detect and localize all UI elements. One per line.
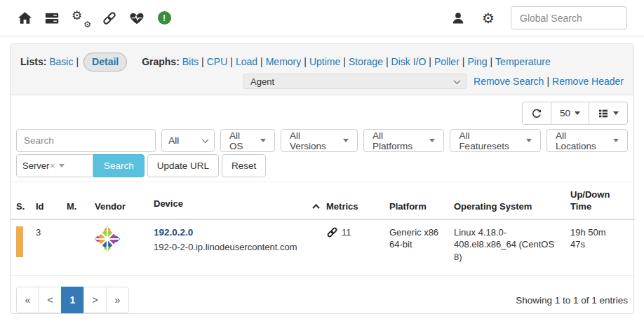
col-maintenance[interactable]: M. (67, 182, 95, 219)
graph-link-temperature[interactable]: Temperature (495, 56, 551, 67)
remove-tag-icon[interactable]: × (50, 161, 55, 171)
health-heartbeat-icon[interactable] (129, 11, 145, 26)
metrics-count[interactable]: 11 (342, 226, 351, 239)
page-1-button[interactable]: 1 (61, 287, 84, 313)
device-type-tag: Server (22, 160, 49, 171)
search-button[interactable]: Search (93, 154, 145, 177)
platform-cell: Generic x86 64-bit (389, 219, 454, 276)
metrics-cell: 11 (326, 219, 389, 276)
col-id[interactable]: Id (36, 182, 67, 219)
lists-label: Lists: (20, 56, 46, 67)
separator: | (260, 56, 263, 67)
chevron-down-icon (201, 136, 208, 143)
filter-platforms-label: All Platforms (373, 130, 425, 151)
filter-locations-label: All Locations (556, 130, 609, 151)
page-prev-button[interactable]: < (39, 287, 62, 313)
page-size-value: 50 (560, 108, 570, 118)
device-type-multiselect[interactable]: Server × (16, 154, 93, 177)
global-search-input[interactable] (511, 6, 627, 29)
reset-button[interactable]: Reset (222, 154, 266, 177)
caret-down-icon (429, 139, 435, 142)
list-layout-icon (598, 108, 609, 119)
graph-link-bits[interactable]: Bits (182, 56, 199, 67)
graph-link-ping[interactable]: Ping (467, 56, 487, 67)
col-updown-time[interactable]: Up/Down Time (570, 182, 635, 219)
caret-down-icon (575, 111, 580, 115)
services-cogs-icon[interactable]: ⚙ ⚙ (72, 10, 90, 27)
entries-summary: Showing 1 to 1 of 1 entries (516, 295, 628, 306)
device-id-cell: 3 (36, 219, 67, 276)
graph-link-cpu[interactable]: CPU (207, 56, 228, 67)
ports-link-icon[interactable] (326, 226, 338, 238)
page-first-button[interactable]: « (16, 287, 39, 313)
devices-table: S. Id M. Vendor Device Metrics Platform … (11, 182, 635, 276)
filter-featuresets-dropdown[interactable]: All Featuresets (450, 129, 541, 152)
page-last-button[interactable]: » (106, 287, 129, 313)
ports-link-icon[interactable] (102, 11, 117, 26)
maintenance-cell (67, 219, 95, 276)
settings-gear-icon[interactable]: ⚙ (481, 11, 496, 26)
type-select[interactable]: All (161, 129, 215, 152)
graph-link-load[interactable]: Load (236, 56, 257, 67)
list-mode-detail-pill[interactable]: Detail (83, 53, 127, 71)
filter-os-label: All OS (229, 130, 256, 151)
col-status[interactable]: S. (11, 182, 36, 219)
refresh-icon (531, 108, 542, 119)
cog-small: ⚙ (83, 20, 91, 29)
page-size-dropdown[interactable]: 50 (551, 102, 589, 125)
filter-row-2: Server × Search Update URL Reset (11, 152, 633, 177)
separator: | (304, 56, 307, 67)
col-device[interactable]: Device (154, 182, 326, 219)
agent-graph-select[interactable]: Agent (243, 74, 467, 89)
navbar-menu-icons: ⚙ ⚙ ! (17, 10, 172, 27)
remove-search-link[interactable]: Remove Search (474, 76, 544, 87)
user-icon[interactable] (450, 11, 466, 26)
separator: | (76, 56, 79, 67)
graph-link-memory[interactable]: Memory (266, 56, 302, 67)
table-toolbar: 50 (11, 95, 633, 125)
filter-platforms-dropdown[interactable]: All Platforms (363, 129, 444, 152)
filter-versions-dropdown[interactable]: All Versions (281, 129, 358, 152)
caret-down-icon (260, 139, 266, 142)
caret-down-icon (613, 139, 619, 142)
page-next-button[interactable]: > (83, 287, 107, 313)
graph-link-poller[interactable]: Poller (434, 56, 459, 67)
update-url-button[interactable]: Update URL (147, 154, 219, 177)
table-header-row: S. Id M. Vendor Device Metrics Platform … (11, 182, 635, 219)
refresh-button[interactable] (522, 102, 551, 125)
type-select-value: All (168, 135, 179, 146)
home-icon[interactable] (17, 11, 32, 26)
caret-down-icon (526, 139, 532, 142)
col-metrics[interactable]: Metrics (326, 182, 389, 219)
separator: | (462, 56, 465, 67)
col-operating-system[interactable]: Operating System (454, 182, 570, 219)
separator: | (386, 56, 389, 67)
alert-exclamation: ! (158, 11, 171, 25)
device-link[interactable]: 192.0.2.0 (154, 227, 193, 238)
graph-link-storage[interactable]: Storage (349, 56, 383, 67)
device-search-input[interactable] (16, 129, 156, 152)
alerts-status-icon[interactable]: ! (156, 11, 172, 26)
centos-vendor-icon[interactable] (95, 226, 120, 252)
remove-header-link[interactable]: Remove Header (552, 76, 624, 87)
layout-list-dropdown[interactable] (589, 102, 628, 125)
filter-locations-dropdown[interactable]: All Locations (546, 129, 628, 152)
list-mode-basic-link[interactable]: Basic (49, 56, 73, 67)
col-platform[interactable]: Platform (389, 182, 454, 219)
graph-link-diskio[interactable]: Disk I/O (391, 56, 427, 67)
separator: | (429, 56, 431, 67)
separator: | (201, 56, 204, 67)
filter-os-dropdown[interactable]: All OS (220, 129, 275, 152)
caret-down-icon (59, 164, 65, 168)
agent-select-value: Agent (250, 76, 274, 87)
caret-down-icon (343, 139, 349, 142)
graph-link-uptime[interactable]: Uptime (309, 56, 340, 67)
devices-server-icon[interactable] (44, 11, 60, 26)
device-row: 3 (11, 219, 635, 276)
separator: | (343, 56, 346, 67)
col-vendor[interactable]: Vendor (95, 182, 154, 219)
cog-large: ⚙ (72, 10, 82, 22)
filter-featuresets-label: All Featuresets (459, 130, 522, 151)
updown-time-cell: 19h 50m 47s (570, 219, 635, 276)
graphs-label: Graphs: (142, 56, 180, 67)
